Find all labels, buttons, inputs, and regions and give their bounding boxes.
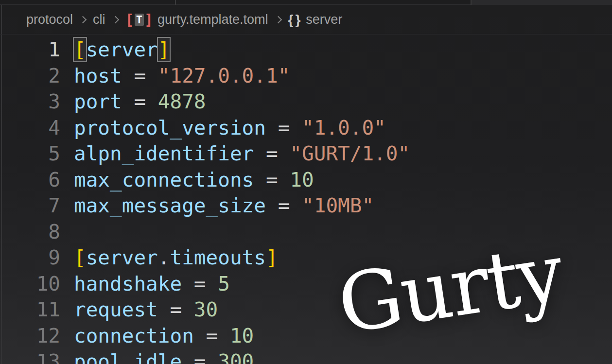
breadcrumb-item-protocol[interactable]: protocol <box>26 12 73 27</box>
token-key: timeouts <box>170 246 265 269</box>
token-pun: . <box>158 246 170 269</box>
code-line[interactable]: 2host = "127.0.0.1" <box>0 63 612 89</box>
code-line[interactable]: 3port = 4878 <box>0 89 612 115</box>
token-key: connection <box>74 324 194 347</box>
token-key: handshake <box>74 272 182 295</box>
token-str: "10MB" <box>302 194 374 217</box>
token-str: "1.0.0" <box>302 116 386 139</box>
code-text: alpn_identifier = "GURT/1.0" <box>74 141 410 167</box>
code-line[interactable]: 12connection = 10 <box>0 323 612 349</box>
code-text: protocol_version = "1.0.0" <box>74 115 386 141</box>
code-text: pool_idle = 300 <box>74 349 254 364</box>
code-line[interactable]: 13pool_idle = 300 <box>0 349 612 364</box>
line-number: 1 <box>0 37 60 63</box>
toml-file-icon: [T] <box>125 13 153 27</box>
line-number: 6 <box>0 167 60 193</box>
code-line[interactable]: 7max_message_size = "10MB" <box>0 193 612 219</box>
chevron-right-icon <box>79 16 87 24</box>
token-pun: = <box>182 350 218 364</box>
tab-separator <box>175 0 176 5</box>
code-line[interactable]: 4protocol_version = "1.0.0" <box>0 115 612 141</box>
token-key: max_message_size <box>74 194 266 217</box>
token-pun: = <box>158 298 194 321</box>
token-pun: = <box>254 142 290 165</box>
tab-bar-empty-area <box>472 0 612 5</box>
token-num: 30 <box>194 298 218 321</box>
code-text: port = 4878 <box>74 89 206 115</box>
code-text: max_connections = 10 <box>74 167 314 193</box>
token-key: alpn_identifier <box>74 142 254 165</box>
token-pun: = <box>266 116 302 139</box>
chevron-right-icon <box>274 16 282 24</box>
toml-icon-bracket: [ <box>125 13 134 27</box>
token-num: 5 <box>218 272 230 295</box>
tab-separator <box>471 0 472 5</box>
token-key: server <box>86 38 158 61</box>
code-text: connection = 10 <box>74 323 254 349</box>
code-text: max_message_size = "10MB" <box>74 193 374 219</box>
code-text: [server] <box>74 37 170 63</box>
code-line[interactable]: 6max_connections = 10 <box>0 167 612 193</box>
token-key: pool_idle <box>74 350 182 364</box>
toml-icon-bracket: ] <box>144 13 153 27</box>
token-key: max_connections <box>74 168 254 191</box>
token-key: protocol_version <box>74 116 266 139</box>
line-number: 3 <box>0 89 60 115</box>
line-number: 4 <box>0 115 60 141</box>
token-pun: = <box>194 324 230 347</box>
line-number: 5 <box>0 141 60 167</box>
vscode-window: protocol cli [T] gurty.template.toml {} … <box>0 0 612 364</box>
code-text: host = "127.0.0.1" <box>74 63 290 89</box>
token-key: port <box>74 90 122 113</box>
token-pun: = <box>122 64 158 87</box>
token-pun: = <box>122 90 158 113</box>
line-number: 10 <box>0 271 60 297</box>
token-pun: = <box>182 272 218 295</box>
token-key: request <box>74 298 158 321</box>
code-text: request = 30 <box>74 297 218 323</box>
line-number: 8 <box>0 219 60 245</box>
line-number: 2 <box>0 63 60 89</box>
token-brk: ] <box>158 38 170 61</box>
breadcrumb-item-cli[interactable]: cli <box>93 12 105 27</box>
token-pun: = <box>254 168 290 191</box>
token-brk: ] <box>266 246 278 269</box>
line-number: 9 <box>0 245 60 271</box>
token-key: host <box>74 64 122 87</box>
token-brk: [ <box>74 38 86 61</box>
code-text: [server.timeouts] <box>74 245 278 271</box>
toml-icon-letter: T <box>135 14 144 26</box>
token-str: "GURT/1.0" <box>290 142 410 165</box>
code-line[interactable]: 5alpn_identifier = "GURT/1.0" <box>0 141 612 167</box>
token-num: 10 <box>290 168 314 191</box>
code-line[interactable]: 1[server] <box>0 37 612 63</box>
token-num: 300 <box>218 350 254 364</box>
line-number: 12 <box>0 323 60 349</box>
breadcrumb-item-filename[interactable]: gurty.template.toml <box>157 12 268 27</box>
object-symbol-icon: {} <box>288 12 303 28</box>
token-pun: = <box>266 194 302 217</box>
code-text: handshake = 5 <box>74 271 230 297</box>
line-number: 7 <box>0 193 60 219</box>
token-str: "127.0.0.1" <box>158 64 290 87</box>
line-number: 13 <box>0 349 60 364</box>
token-num: 4878 <box>158 90 206 113</box>
chevron-right-icon <box>111 16 119 24</box>
token-brk: [ <box>74 246 86 269</box>
token-key: server <box>86 246 158 269</box>
token-num: 10 <box>230 324 254 347</box>
breadcrumb-item-server-symbol[interactable]: server <box>306 12 342 27</box>
breadcrumb: protocol cli [T] gurty.template.toml {} … <box>0 5 612 35</box>
line-number: 11 <box>0 297 60 323</box>
tab-bar-strip <box>0 0 612 5</box>
